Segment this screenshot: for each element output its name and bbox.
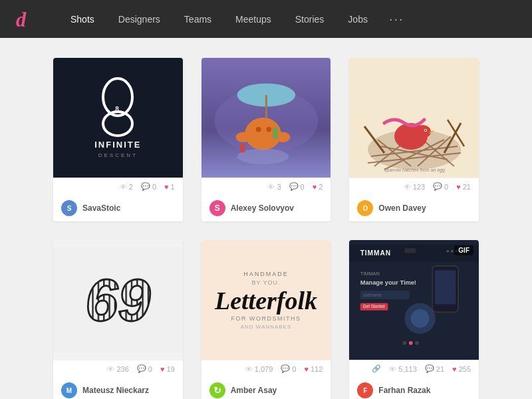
svg-text:69: 69 [85,267,150,333]
likes-stat: ♥ 19 [160,365,175,373]
svg-point-29 [425,130,426,131]
heart-icon: ♥ [164,183,169,191]
svg-text:TIMMAN: TIMMAN [360,249,391,257]
comments-stat: 💬 0 [433,182,448,191]
comments-stat: 💬 21 [425,364,444,373]
shot-content-1: 8 INFINITE DESCENT [91,77,144,158]
author-name[interactable]: Owen Davey [378,203,426,213]
shot-thumbnail-6[interactable]: GIF TIMMAN TIMMAN Manage your Time! [349,240,479,360]
nav-item-designers[interactable]: Designers [106,0,172,38]
nav-item-jobs[interactable]: Jobs [336,0,380,38]
comments-count: 21 [436,365,444,373]
main-nav: d Shots Designers Teams Meetups Stories … [0,0,532,38]
main-content: 8 INFINITE DESCENT 👁 2 💬 0 ♥ 1 [0,38,532,399]
shot-thumbnail-3[interactable]: Sparrow hatches from an egg [349,58,479,178]
avatar: S [61,200,77,216]
comments-count: 0 [152,183,156,191]
views-count: 5,113 [398,365,417,373]
eye-icon: 👁 [267,183,275,191]
views-stat: 👁 1,079 [245,365,273,373]
shot-card: HANDMADE BY YOU. Letterfolk FOR WORDSMIT… [201,240,331,399]
shot-author-2[interactable]: S Alexey Solovyov [201,195,331,221]
nav-item-stories[interactable]: Stories [283,0,336,38]
views-count: 236 [116,365,128,373]
heart-icon: ♥ [304,365,309,373]
likes-stat: ♥ 21 [456,183,471,191]
heart-icon: ♥ [313,183,317,191]
views-stat: 👁 3 [267,183,281,191]
comments-stat: 💬 0 [289,182,305,191]
author-name[interactable]: Mateusz Nieckarz [82,386,149,395]
shot-thumbnail-2[interactable] [201,58,331,178]
comment-icon: 💬 [141,182,150,191]
shot-thumbnail-5[interactable]: HANDMADE BY YOU. Letterfolk FOR WORDSMIT… [201,240,331,360]
comment-icon: 💬 [433,182,442,191]
svg-text:Sparrow hatches from an egg: Sparrow hatches from an egg [384,168,445,173]
svg-point-57 [416,341,420,345]
svg-text:TIMMAN: TIMMAN [360,271,380,277]
nav-links: Shots Designers Teams Meetups Stories Jo… [59,0,380,38]
comment-icon: 💬 [281,364,290,373]
likes-stat: ♥ 112 [304,365,323,373]
svg-rect-12 [273,128,278,140]
views-count: 1,079 [255,365,273,373]
shot-subtitle-text: DESCENT [98,152,138,158]
avatar: ↻ [209,382,225,398]
shot-content-2 [201,58,331,178]
svg-point-55 [403,341,407,345]
avatar: S [209,200,225,216]
author-name[interactable]: Alexey Solovyov [231,203,294,213]
comments-count: 0 [292,365,296,373]
comment-icon: 💬 [425,364,434,373]
shot-title-text: INFINITE [94,140,141,150]
shot-author-4[interactable]: M Mateusz Nieckarz [53,377,183,399]
svg-text:username: username [363,293,382,297]
views-count: 123 [413,183,425,191]
nav-item-shots[interactable]: Shots [59,0,106,38]
shot-card: Sparrow hatches from an egg 👁 123 💬 0 ♥ … [349,58,479,221]
shot-card: 👁 3 💬 0 ♥ 2 S Alexey Solovyov [201,58,331,221]
gif-badge: GIF [454,245,473,255]
heart-icon: ♥ [452,365,457,373]
dribbble-logo[interactable]: d [16,10,40,29]
shot-author-3[interactable]: O Owen Davey [349,195,479,221]
nav-more-button[interactable]: ··· [380,0,414,38]
svg-text:d: d [16,10,27,29]
views-stat: 👁 5,113 [389,365,417,373]
nav-item-teams[interactable]: Teams [172,0,223,38]
nav-item-meetups[interactable]: Meetups [223,0,283,38]
author-name[interactable]: Farhan Razak [378,386,430,395]
avatar: O [357,200,373,216]
svg-text:8: 8 [116,106,121,113]
comments-count: 0 [444,183,448,191]
shot-author-6[interactable]: F Farhan Razak [349,377,479,399]
views-stat: 👁 2 [120,183,133,191]
shot-stats-3: 👁 123 💬 0 ♥ 21 [349,178,479,195]
shot-card: GIF TIMMAN TIMMAN Manage your Time! [349,240,479,399]
shot-stats-2: 👁 3 💬 0 ♥ 2 [201,178,331,195]
svg-point-56 [409,341,413,345]
eye-icon: 👁 [107,365,114,373]
shot-card: 8 INFINITE DESCENT 👁 2 💬 0 ♥ 1 [53,58,183,221]
shot-thumbnail-1[interactable]: 8 INFINITE DESCENT [53,58,183,178]
shot-thumbnail-4[interactable]: 69 69 [53,240,183,360]
author-name[interactable]: Amber Asay [231,386,277,395]
comments-stat: 💬 0 [281,364,296,373]
shot-author-1[interactable]: S SavaStoic [53,195,183,221]
likes-count: 112 [311,365,323,373]
letterfolk-title: Letterfolk [215,288,317,313]
comments-stat: 💬 0 [141,182,156,191]
likes-count: 21 [463,183,471,191]
likes-count: 255 [459,365,471,373]
svg-rect-52 [435,271,456,305]
avatar: M [61,382,77,398]
svg-point-9 [266,127,271,132]
author-name[interactable]: SavaStoic [82,203,120,213]
svg-point-43 [451,250,454,253]
eye-icon: 👁 [404,183,411,191]
shots-grid: 8 INFINITE DESCENT 👁 2 💬 0 ♥ 1 [53,58,479,399]
shot-author-5[interactable]: ↻ Amber Asay [201,377,331,399]
eye-icon: 👁 [245,365,253,373]
comment-icon: 💬 [137,364,146,373]
comments-count: 0 [148,365,152,373]
